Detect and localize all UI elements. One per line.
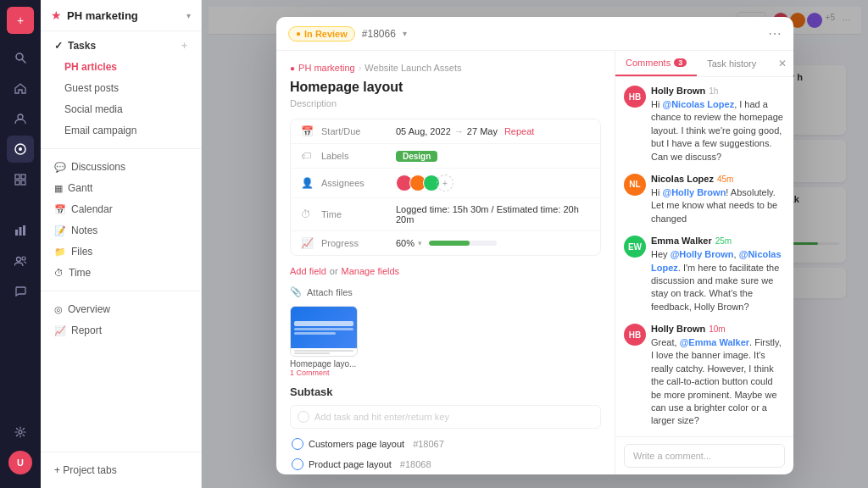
sidebar-home-icon[interactable]: [7, 75, 34, 102]
comment-4-time: 10m: [709, 324, 725, 334]
comment-1: HB Holly Brown 1h Hi @Nicolas Lopez, I h…: [624, 86, 785, 164]
notes-icon: 📝: [54, 225, 66, 236]
nav-report[interactable]: 📈 Report: [44, 320, 198, 341]
subtask-1-id: #18067: [413, 439, 444, 449]
subtask-item-1[interactable]: Customers page layout #18067: [290, 434, 601, 454]
nav-time[interactable]: ⏱ Time: [44, 263, 198, 283]
status-label: In Review: [304, 29, 348, 39]
comment-1-text: Hi @Nicolas Lopez, I had a chance to rev…: [651, 98, 785, 164]
task-field-actions: Add field or Manage fields: [290, 266, 601, 276]
svg-rect-9: [15, 230, 18, 236]
nav-tasks[interactable]: ✓ Tasks +: [44, 36, 198, 56]
task-desc-label[interactable]: Description: [290, 98, 601, 108]
field-progress-label: Progress: [321, 238, 389, 248]
user-avatar[interactable]: U: [8, 451, 32, 474]
modal-header: ● In Review #18066 ▾ ⋯: [276, 17, 793, 51]
field-progress-value[interactable]: 60% ▾: [396, 238, 590, 248]
task-fields: 📅 Start/Due 05 Aug, 2022 → 27 May Repeat: [290, 119, 601, 256]
svg-rect-8: [21, 180, 25, 185]
repeat-link[interactable]: Repeat: [504, 126, 534, 136]
tab-comments[interactable]: Comments 3: [615, 51, 697, 76]
field-assignees-value[interactable]: +: [396, 175, 590, 191]
svg-point-4: [19, 147, 22, 151]
sidebar-plus-icon[interactable]: +: [7, 7, 34, 34]
sidebar-chat-icon[interactable]: [7, 278, 34, 305]
project-header[interactable]: ★ PH marketing ▾: [41, 0, 201, 31]
sidebar-projects-icon[interactable]: [7, 136, 34, 163]
comment-placeholder: Write a comment...: [633, 451, 711, 461]
comment-2-content: Nicolas Lopez 45m Hi @Holly Brown! Absol…: [651, 174, 785, 225]
history-tab-label: Task history: [707, 58, 756, 69]
subtask-input-circle: [298, 411, 309, 423]
modal-overlay: ● In Review #18066 ▾ ⋯ ● PH marketing › …: [202, 0, 868, 488]
breadcrumb-project[interactable]: PH marketing: [298, 63, 355, 73]
subtask-2-id: #18068: [400, 459, 431, 469]
comment-3: EW Emma Walker 25m Hey @Holly Brown, @Ni…: [624, 236, 785, 313]
svg-point-14: [19, 430, 22, 434]
task-image-thumb[interactable]: [290, 306, 358, 357]
progress-fill: [429, 241, 470, 246]
mention-nicolas: @Nicolas Lopez: [662, 99, 734, 109]
tab-history[interactable]: Task history: [697, 51, 766, 76]
add-task-icon[interactable]: +: [181, 40, 187, 52]
nav-report-label: Report: [71, 324, 102, 336]
nav-ph-articles-label: PH articles: [64, 61, 117, 73]
image-comment-link[interactable]: 1 Comment: [290, 369, 601, 377]
add-field-link[interactable]: Add field: [290, 266, 326, 276]
nav-overview[interactable]: ◎ Overview: [44, 299, 198, 319]
sidebar-search-icon[interactable]: [7, 44, 34, 71]
nav-ph-articles[interactable]: PH articles: [44, 57, 198, 77]
nav-project-tabs-label: + Project tabs: [54, 464, 117, 476]
svg-point-12: [17, 258, 21, 262]
nav-overview-label: Overview: [68, 303, 110, 315]
nav-social-media[interactable]: Social media: [44, 99, 198, 119]
gantt-icon: ▦: [54, 183, 63, 194]
manage-fields-link[interactable]: Manage fields: [342, 266, 400, 276]
field-row-assignees: 👤 Assignees +: [291, 169, 600, 198]
nav-files[interactable]: 📁 Files: [44, 241, 198, 262]
sidebar-settings-icon[interactable]: [7, 419, 34, 446]
subtask-2-circle[interactable]: [292, 458, 303, 470]
nav-gantt-label: Gantt: [68, 182, 92, 194]
subtask-item-2[interactable]: Product page layout #18068: [290, 454, 601, 474]
comment-3-header: Emma Walker 25m: [651, 236, 785, 246]
comment-input-area[interactable]: Write a comment...: [615, 436, 793, 474]
comment-input-box[interactable]: Write a comment...: [624, 444, 785, 468]
svg-rect-6: [21, 175, 25, 179]
task-modal: ● In Review #18066 ▾ ⋯ ● PH marketing › …: [276, 17, 793, 474]
subtask-input-row[interactable]: Add task and hit enter/return key: [290, 405, 601, 429]
discussions-icon: 💬: [54, 162, 66, 173]
task-id-chevron-icon[interactable]: ▾: [403, 29, 407, 38]
star-icon: ★: [51, 8, 62, 22]
attach-files-btn[interactable]: 📎 Attach files: [290, 286, 601, 297]
field-start-due-value[interactable]: 05 Aug, 2022 → 27 May Repeat: [396, 126, 590, 136]
subtask-1-circle[interactable]: [292, 438, 303, 450]
nav-gantt[interactable]: ▦ Gantt: [44, 178, 198, 198]
nav-project-tabs[interactable]: + Project tabs: [44, 460, 198, 480]
nav-email-campaign[interactable]: Email campaign: [44, 120, 198, 141]
sidebar-me-icon[interactable]: [7, 105, 34, 132]
sidebar-everything-icon[interactable]: [7, 166, 34, 193]
comment-2-header: Nicolas Lopez 45m: [651, 174, 785, 184]
assignee-avatars: +: [396, 175, 453, 191]
nav-discussions[interactable]: 💬 Discussions: [44, 157, 198, 177]
project-name: PH marketing: [67, 9, 181, 22]
modal-close-btn[interactable]: ✕: [771, 51, 793, 76]
nav-files-label: Files: [71, 246, 92, 258]
nav-guest-posts[interactable]: Guest posts: [44, 78, 198, 98]
subtask-2-label: Product page layout: [309, 459, 392, 469]
nav-notes[interactable]: 📝 Notes: [44, 220, 198, 241]
nav-calendar[interactable]: 📅 Calendar: [44, 199, 198, 219]
svg-line-1: [22, 59, 25, 63]
task-more-icon[interactable]: ⋯: [768, 25, 782, 42]
field-time-value[interactable]: Logged time: 15h 30m / Estimated time: 2…: [396, 204, 590, 225]
modal-body: ● PH marketing › Website Launch Assets H…: [276, 51, 793, 474]
nav-guest-posts-label: Guest posts: [64, 82, 119, 94]
task-status[interactable]: ● In Review: [288, 26, 355, 42]
comment-1-name: Holly Brown: [651, 86, 705, 96]
sidebar-reports-icon[interactable]: [7, 217, 34, 244]
field-labels-value[interactable]: Design: [396, 151, 590, 162]
add-assignee-btn[interactable]: +: [437, 175, 453, 191]
sidebar-people-icon[interactable]: [7, 247, 34, 274]
comment-1-header: Holly Brown 1h: [651, 86, 785, 96]
